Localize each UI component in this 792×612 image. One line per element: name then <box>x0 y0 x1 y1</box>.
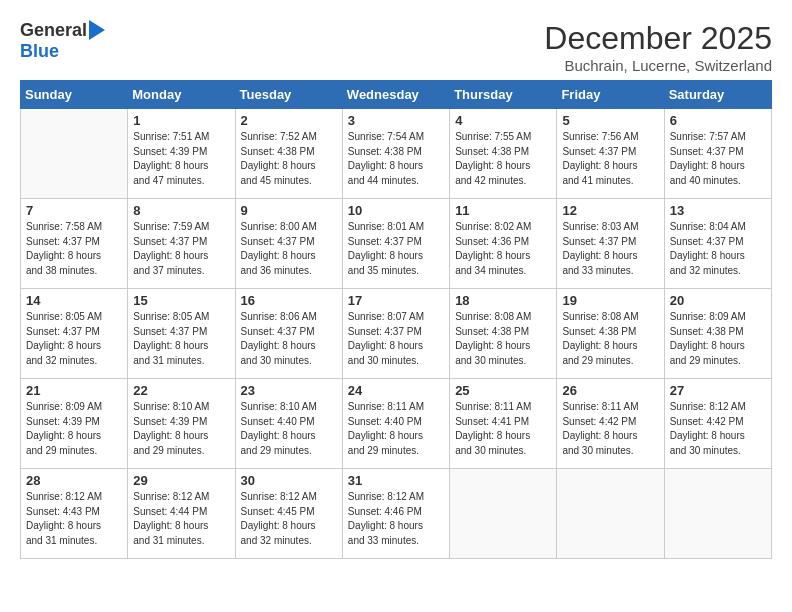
day-info: Sunrise: 8:12 AMSunset: 4:44 PMDaylight:… <box>133 490 229 548</box>
day-info: Sunrise: 8:11 AMSunset: 4:42 PMDaylight:… <box>562 400 658 458</box>
day-of-week-header: Friday <box>557 81 664 109</box>
calendar-cell: 18Sunrise: 8:08 AMSunset: 4:38 PMDayligh… <box>450 289 557 379</box>
calendar-cell: 7Sunrise: 7:58 AMSunset: 4:37 PMDaylight… <box>21 199 128 289</box>
day-info: Sunrise: 8:02 AMSunset: 4:36 PMDaylight:… <box>455 220 551 278</box>
calendar-cell: 23Sunrise: 8:10 AMSunset: 4:40 PMDayligh… <box>235 379 342 469</box>
day-info: Sunrise: 7:51 AMSunset: 4:39 PMDaylight:… <box>133 130 229 188</box>
day-of-week-header: Wednesday <box>342 81 449 109</box>
calendar-cell: 27Sunrise: 8:12 AMSunset: 4:42 PMDayligh… <box>664 379 771 469</box>
calendar-cell: 5Sunrise: 7:56 AMSunset: 4:37 PMDaylight… <box>557 109 664 199</box>
day-number: 7 <box>26 203 122 218</box>
logo: General Blue <box>20 20 105 62</box>
day-info: Sunrise: 8:12 AMSunset: 4:45 PMDaylight:… <box>241 490 337 548</box>
day-number: 24 <box>348 383 444 398</box>
day-info: Sunrise: 8:10 AMSunset: 4:40 PMDaylight:… <box>241 400 337 458</box>
calendar-cell <box>557 469 664 559</box>
calendar-cell: 31Sunrise: 8:12 AMSunset: 4:46 PMDayligh… <box>342 469 449 559</box>
calendar-cell <box>664 469 771 559</box>
month-title: December 2025 <box>544 20 772 57</box>
day-number: 2 <box>241 113 337 128</box>
logo-arrow-icon <box>89 20 105 40</box>
calendar-cell: 22Sunrise: 8:10 AMSunset: 4:39 PMDayligh… <box>128 379 235 469</box>
calendar-cell: 17Sunrise: 8:07 AMSunset: 4:37 PMDayligh… <box>342 289 449 379</box>
calendar-cell: 16Sunrise: 8:06 AMSunset: 4:37 PMDayligh… <box>235 289 342 379</box>
day-number: 15 <box>133 293 229 308</box>
day-number: 1 <box>133 113 229 128</box>
calendar-cell: 10Sunrise: 8:01 AMSunset: 4:37 PMDayligh… <box>342 199 449 289</box>
day-number: 19 <box>562 293 658 308</box>
day-number: 23 <box>241 383 337 398</box>
logo-general-text: General <box>20 20 87 41</box>
calendar-cell: 8Sunrise: 7:59 AMSunset: 4:37 PMDaylight… <box>128 199 235 289</box>
day-number: 12 <box>562 203 658 218</box>
calendar-cell: 24Sunrise: 8:11 AMSunset: 4:40 PMDayligh… <box>342 379 449 469</box>
day-number: 10 <box>348 203 444 218</box>
calendar-cell: 28Sunrise: 8:12 AMSunset: 4:43 PMDayligh… <box>21 469 128 559</box>
day-number: 18 <box>455 293 551 308</box>
location: Buchrain, Lucerne, Switzerland <box>544 57 772 74</box>
day-info: Sunrise: 7:58 AMSunset: 4:37 PMDaylight:… <box>26 220 122 278</box>
calendar-header-row: SundayMondayTuesdayWednesdayThursdayFrid… <box>21 81 772 109</box>
calendar-week-row: 28Sunrise: 8:12 AMSunset: 4:43 PMDayligh… <box>21 469 772 559</box>
day-of-week-header: Sunday <box>21 81 128 109</box>
day-info: Sunrise: 7:52 AMSunset: 4:38 PMDaylight:… <box>241 130 337 188</box>
day-info: Sunrise: 8:12 AMSunset: 4:43 PMDaylight:… <box>26 490 122 548</box>
day-number: 4 <box>455 113 551 128</box>
day-number: 8 <box>133 203 229 218</box>
day-of-week-header: Saturday <box>664 81 771 109</box>
day-info: Sunrise: 8:12 AMSunset: 4:42 PMDaylight:… <box>670 400 766 458</box>
calendar-cell: 19Sunrise: 8:08 AMSunset: 4:38 PMDayligh… <box>557 289 664 379</box>
day-info: Sunrise: 8:09 AMSunset: 4:38 PMDaylight:… <box>670 310 766 368</box>
day-number: 22 <box>133 383 229 398</box>
day-number: 3 <box>348 113 444 128</box>
calendar-cell: 2Sunrise: 7:52 AMSunset: 4:38 PMDaylight… <box>235 109 342 199</box>
calendar-cell <box>450 469 557 559</box>
day-number: 28 <box>26 473 122 488</box>
day-info: Sunrise: 8:00 AMSunset: 4:37 PMDaylight:… <box>241 220 337 278</box>
calendar-week-row: 21Sunrise: 8:09 AMSunset: 4:39 PMDayligh… <box>21 379 772 469</box>
calendar-cell: 6Sunrise: 7:57 AMSunset: 4:37 PMDaylight… <box>664 109 771 199</box>
day-of-week-header: Thursday <box>450 81 557 109</box>
calendar-week-row: 1Sunrise: 7:51 AMSunset: 4:39 PMDaylight… <box>21 109 772 199</box>
day-number: 16 <box>241 293 337 308</box>
calendar-cell: 26Sunrise: 8:11 AMSunset: 4:42 PMDayligh… <box>557 379 664 469</box>
day-info: Sunrise: 8:05 AMSunset: 4:37 PMDaylight:… <box>133 310 229 368</box>
calendar-cell: 12Sunrise: 8:03 AMSunset: 4:37 PMDayligh… <box>557 199 664 289</box>
day-info: Sunrise: 7:59 AMSunset: 4:37 PMDaylight:… <box>133 220 229 278</box>
day-number: 20 <box>670 293 766 308</box>
calendar-body: 1Sunrise: 7:51 AMSunset: 4:39 PMDaylight… <box>21 109 772 559</box>
day-info: Sunrise: 8:11 AMSunset: 4:41 PMDaylight:… <box>455 400 551 458</box>
day-info: Sunrise: 8:09 AMSunset: 4:39 PMDaylight:… <box>26 400 122 458</box>
day-info: Sunrise: 8:11 AMSunset: 4:40 PMDaylight:… <box>348 400 444 458</box>
day-info: Sunrise: 8:08 AMSunset: 4:38 PMDaylight:… <box>455 310 551 368</box>
day-number: 17 <box>348 293 444 308</box>
calendar-cell: 9Sunrise: 8:00 AMSunset: 4:37 PMDaylight… <box>235 199 342 289</box>
day-number: 9 <box>241 203 337 218</box>
day-number: 13 <box>670 203 766 218</box>
calendar-cell: 20Sunrise: 8:09 AMSunset: 4:38 PMDayligh… <box>664 289 771 379</box>
day-number: 25 <box>455 383 551 398</box>
day-info: Sunrise: 7:56 AMSunset: 4:37 PMDaylight:… <box>562 130 658 188</box>
logo-blue-text: Blue <box>20 41 59 62</box>
day-number: 21 <box>26 383 122 398</box>
calendar-week-row: 14Sunrise: 8:05 AMSunset: 4:37 PMDayligh… <box>21 289 772 379</box>
day-number: 5 <box>562 113 658 128</box>
day-info: Sunrise: 8:12 AMSunset: 4:46 PMDaylight:… <box>348 490 444 548</box>
day-info: Sunrise: 7:54 AMSunset: 4:38 PMDaylight:… <box>348 130 444 188</box>
day-number: 29 <box>133 473 229 488</box>
calendar-cell: 14Sunrise: 8:05 AMSunset: 4:37 PMDayligh… <box>21 289 128 379</box>
day-number: 14 <box>26 293 122 308</box>
calendar-cell: 30Sunrise: 8:12 AMSunset: 4:45 PMDayligh… <box>235 469 342 559</box>
day-number: 11 <box>455 203 551 218</box>
calendar-cell <box>21 109 128 199</box>
day-info: Sunrise: 7:57 AMSunset: 4:37 PMDaylight:… <box>670 130 766 188</box>
calendar-cell: 21Sunrise: 8:09 AMSunset: 4:39 PMDayligh… <box>21 379 128 469</box>
day-number: 6 <box>670 113 766 128</box>
calendar-cell: 13Sunrise: 8:04 AMSunset: 4:37 PMDayligh… <box>664 199 771 289</box>
day-of-week-header: Tuesday <box>235 81 342 109</box>
calendar-cell: 3Sunrise: 7:54 AMSunset: 4:38 PMDaylight… <box>342 109 449 199</box>
calendar-week-row: 7Sunrise: 7:58 AMSunset: 4:37 PMDaylight… <box>21 199 772 289</box>
day-info: Sunrise: 8:04 AMSunset: 4:37 PMDaylight:… <box>670 220 766 278</box>
day-number: 27 <box>670 383 766 398</box>
day-info: Sunrise: 8:03 AMSunset: 4:37 PMDaylight:… <box>562 220 658 278</box>
